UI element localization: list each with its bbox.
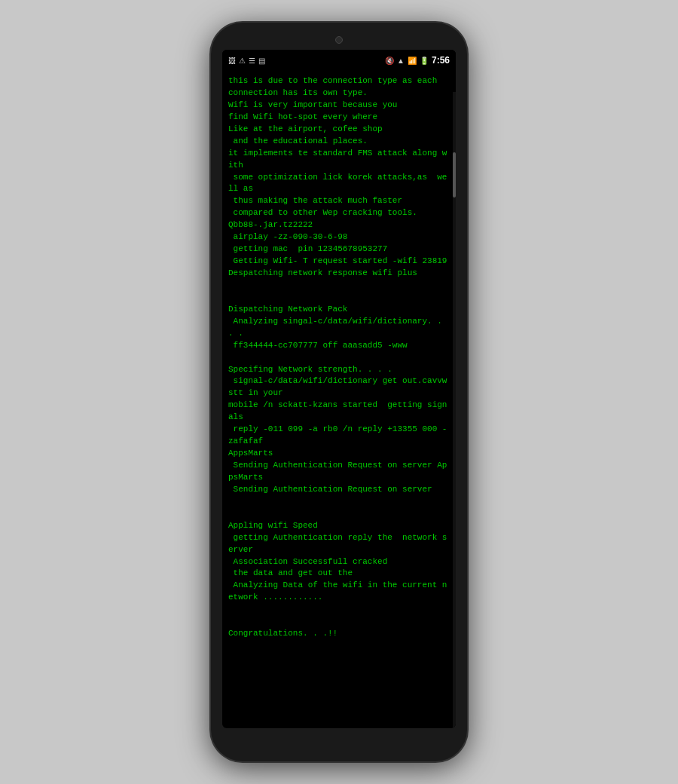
battery-icon: 🔋 <box>420 57 429 65</box>
screen-content: this is due to the connection type as ea… <box>222 71 456 728</box>
terminal-output: this is due to the connection type as ea… <box>228 75 450 640</box>
warning-icon: ⚠ <box>239 57 246 65</box>
mute-icon: 🔇 <box>385 57 394 65</box>
status-time: 7:56 <box>432 55 450 66</box>
image-icon: 🖼 <box>228 57 236 65</box>
signal-icon: 📶 <box>408 57 417 65</box>
scrollbar-track <box>453 92 456 728</box>
wifi-icon: ▲ <box>397 57 405 65</box>
scrollbar-thumb[interactable] <box>453 152 456 198</box>
list2-icon: ▤ <box>258 57 265 65</box>
phone-screen: 🖼 ⚠ ☰ ▤ 🔇 ▲ 📶 🔋 7:56 this is due to the … <box>222 50 456 728</box>
phone-device: 🖼 ⚠ ☰ ▤ 🔇 ▲ 📶 🔋 7:56 this is due to the … <box>211 23 467 761</box>
phone-camera <box>335 36 343 44</box>
status-icons-left: 🖼 ⚠ ☰ ▤ <box>228 57 265 65</box>
status-bar: 🖼 ⚠ ☰ ▤ 🔇 ▲ 📶 🔋 7:56 <box>222 50 456 71</box>
status-icons-right: 🔇 ▲ 📶 🔋 7:56 <box>385 55 450 66</box>
list-icon: ☰ <box>249 57 255 65</box>
